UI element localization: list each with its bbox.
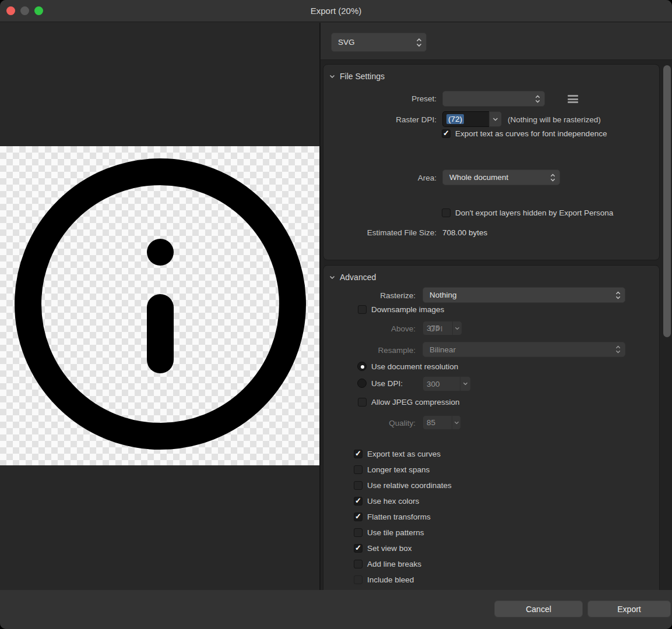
advanced-group: Advanced Rasterize: Nothing Downsample i… (323, 265, 660, 614)
area-label: Area: (323, 174, 437, 182)
downsample-images-checkbox[interactable]: Downsample images (358, 305, 444, 314)
option-checkbox-row[interactable]: Use tile patterns (354, 526, 424, 538)
checkbox-icon[interactable] (354, 528, 363, 537)
option-label: Use tile patterns (367, 528, 424, 537)
preset-select[interactable] (442, 91, 545, 107)
option-checkbox-row[interactable]: Use relative coordinates (354, 479, 452, 491)
scrollbar-thumb[interactable] (663, 65, 671, 337)
checkbox-icon[interactable] (442, 129, 451, 138)
stepper-icon (416, 38, 422, 47)
radio-icon[interactable] (357, 362, 367, 371)
dont-export-hidden-label: Don't export layers hidden by Export Per… (455, 209, 613, 217)
use-dpi-combo[interactable]: 300 (423, 376, 471, 391)
stepper-icon (615, 345, 621, 354)
estimated-size-label: Estimated File Size: (323, 228, 437, 237)
raster-dpi-value: (72) (446, 114, 464, 124)
rasterize-label: Rasterize: (323, 291, 416, 300)
checkbox-icon[interactable] (354, 481, 363, 490)
file-settings-group: File Settings Preset: Raster DPI: (72) (… (323, 64, 660, 260)
quality-label: Quality: (323, 419, 416, 427)
titlebar[interactable]: Export (20%) (0, 0, 672, 22)
above-label: Above: (323, 324, 416, 333)
file-settings-header[interactable]: File Settings (329, 72, 385, 81)
option-checkbox-row[interactable]: Set view box (354, 542, 412, 554)
estimated-size-value: 708.00 bytes (442, 228, 487, 237)
option-checkbox-row[interactable]: Flatten transforms (354, 511, 431, 522)
checkbox-icon[interactable] (358, 398, 367, 407)
export-dialog: Export (20%) SVG File Setti (0, 0, 672, 629)
chevron-down-icon (329, 275, 335, 280)
checkbox-icon[interactable] (354, 497, 363, 506)
option-label: Add line breaks (367, 560, 421, 568)
quality-value: 85 (423, 415, 452, 430)
export-preview-canvas[interactable] (0, 23, 319, 590)
preset-label: Preset: (323, 94, 437, 103)
preset-menu-icon[interactable] (568, 94, 578, 104)
advanced-title: Advanced (340, 273, 376, 282)
quality-combo: 85 (423, 415, 461, 430)
checkbox-icon[interactable] (354, 560, 363, 568)
area-select-value: Whole document (449, 173, 508, 182)
radio-icon[interactable] (357, 379, 367, 388)
use-dpi-radio[interactable]: Use DPI: (357, 379, 403, 388)
stepper-icon (550, 173, 555, 182)
checkbox-icon[interactable] (442, 209, 451, 217)
resample-select-value: Bilinear (430, 345, 456, 354)
above-unit: DPI (430, 324, 465, 333)
option-checkbox-row[interactable]: Add line breaks (354, 558, 421, 570)
window-title: Export (20%) (0, 0, 672, 22)
option-label: Set view box (367, 544, 412, 553)
downsample-images-label: Downsample images (371, 305, 444, 314)
raster-dpi-label: Raster DPI: (323, 115, 437, 124)
cancel-button[interactable]: Cancel (494, 600, 583, 617)
resample-label: Resample: (323, 346, 416, 355)
chevron-down-icon (329, 75, 335, 79)
export-settings-panel: SVG File Settings Preset: Raster DPI: (319, 23, 672, 590)
dropdown-arrow-icon (452, 415, 461, 430)
export-text-curves-font-checkbox[interactable]: Export text as curves for font independe… (442, 129, 607, 138)
option-label: Use hex colors (367, 497, 419, 506)
checkbox-icon[interactable] (354, 450, 363, 458)
format-select[interactable]: SVG (331, 33, 427, 52)
option-checkbox-row[interactable]: Longer text spans (354, 464, 430, 475)
info-icon-artwork (0, 146, 319, 465)
stepper-icon (615, 291, 621, 299)
use-dpi-label: Use DPI: (371, 379, 403, 388)
dropdown-arrow-icon[interactable] (489, 111, 502, 127)
raster-dpi-note: (Nothing will be rasterized) (508, 115, 601, 124)
use-document-resolution-label: Use document resolution (371, 362, 458, 371)
use-dpi-value: 300 (423, 376, 460, 391)
option-checkbox-row[interactable]: Export text as curves (354, 448, 441, 460)
option-label: Export text as curves (367, 450, 441, 458)
checkbox-icon[interactable] (358, 305, 367, 314)
dialog-footer: Cancel Export (0, 590, 672, 629)
rasterize-select-value: Nothing (430, 291, 457, 299)
advanced-header[interactable]: Advanced (329, 273, 376, 282)
option-label: Longer text spans (367, 465, 430, 474)
option-checkbox-row[interactable]: Include bleed (354, 574, 414, 585)
option-label: Use relative coordinates (367, 481, 452, 490)
option-label: Include bleed (367, 575, 414, 584)
stepper-icon (535, 94, 540, 103)
checkbox-icon[interactable] (354, 513, 363, 521)
allow-jpeg-compression-checkbox[interactable]: Allow JPEG compression (358, 398, 460, 407)
dont-export-hidden-checkbox[interactable]: Don't export layers hidden by Export Per… (442, 209, 613, 217)
export-button[interactable]: Export (587, 600, 671, 617)
checkbox-icon[interactable] (354, 465, 363, 474)
use-document-resolution-radio[interactable]: Use document resolution (357, 362, 458, 371)
raster-dpi-combo[interactable]: (72) (442, 111, 502, 127)
export-text-curves-font-label: Export text as curves for font independe… (455, 129, 607, 138)
option-label: Flatten transforms (367, 513, 431, 521)
rasterize-select[interactable]: Nothing (423, 287, 625, 303)
format-strip: SVG (321, 23, 672, 60)
area-select[interactable]: Whole document (442, 169, 560, 185)
artboard-transparency-checker (0, 146, 319, 465)
checkbox-icon[interactable] (354, 544, 363, 553)
option-checkbox-row[interactable]: Use hex colors (354, 495, 419, 507)
checkbox-icon[interactable] (354, 575, 363, 584)
allow-jpeg-compression-label: Allow JPEG compression (371, 398, 460, 407)
resample-select: Bilinear (423, 342, 625, 357)
file-settings-title: File Settings (340, 72, 385, 81)
format-select-value: SVG (338, 38, 355, 47)
dropdown-arrow-icon[interactable] (460, 376, 471, 391)
